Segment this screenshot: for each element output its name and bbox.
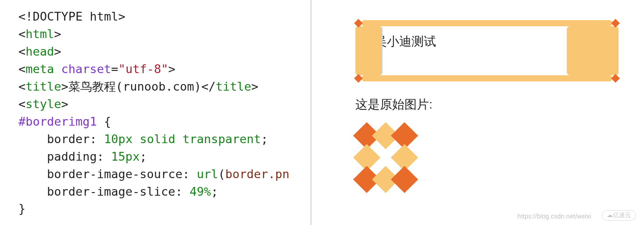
code-doctype: <!DOCTYPE html>	[18, 10, 125, 23]
brace-open: {	[104, 115, 111, 128]
prop-border-image-source: border-image-source	[47, 167, 182, 181]
code-block[interactable]: <!DOCTYPE html> <html> <head> <meta char…	[18, 8, 303, 218]
url-arg: border.pn	[225, 167, 289, 181]
border-edge-left	[355, 26, 383, 75]
cloud-icon: ☁	[607, 211, 613, 218]
preview-panel: 吴小迪测试 这是原始图片: https://blog.csdn.net/weix…	[311, 0, 644, 225]
split-view: <!DOCTYPE html> <html> <head> <meta char…	[0, 0, 644, 225]
func-url: url	[197, 167, 218, 181]
code-panel: <!DOCTYPE html> <html> <head> <meta char…	[0, 0, 311, 225]
brace-close: }	[18, 202, 25, 215]
diamond-icon	[391, 166, 418, 193]
watermark-url: https://blog.csdn.net/weixi	[518, 213, 591, 220]
title-text: 菜鸟教程(runoob.com)	[68, 80, 201, 93]
attr-charset: charset	[61, 62, 111, 76]
demo-text: 吴小迪测试	[375, 35, 436, 48]
css-selector: #borderimg1	[18, 115, 97, 128]
watermark-brand: ☁亿速云	[602, 210, 636, 221]
tag-title-open: title	[25, 80, 61, 93]
tag-style-open: style	[25, 97, 61, 111]
border-edge-bottom	[361, 75, 612, 81]
val-border: 10px solid transparent	[104, 132, 261, 146]
tag-title-close: title	[215, 80, 251, 93]
border-corner-br	[611, 74, 620, 83]
tag-html-open: html	[25, 27, 54, 41]
tag-meta: meta	[25, 62, 54, 76]
original-image-label: 这是原始图片:	[355, 96, 636, 113]
val-slice: 49%	[190, 185, 211, 198]
prop-padding: padding	[47, 150, 97, 163]
prop-border-image-slice: border-image-slice	[47, 185, 175, 198]
border-image-demo: 吴小迪测试	[355, 20, 619, 81]
prop-border: border	[47, 132, 90, 146]
tag-head-open: head	[25, 45, 54, 58]
brand-text: 亿速云	[613, 211, 631, 218]
border-corner-bl	[354, 74, 363, 83]
val-utf8: "utf-8"	[118, 62, 168, 76]
original-image	[355, 125, 416, 191]
val-padding: 15px	[111, 150, 140, 163]
border-edge-right	[567, 26, 619, 75]
border-edge-top	[361, 20, 612, 26]
